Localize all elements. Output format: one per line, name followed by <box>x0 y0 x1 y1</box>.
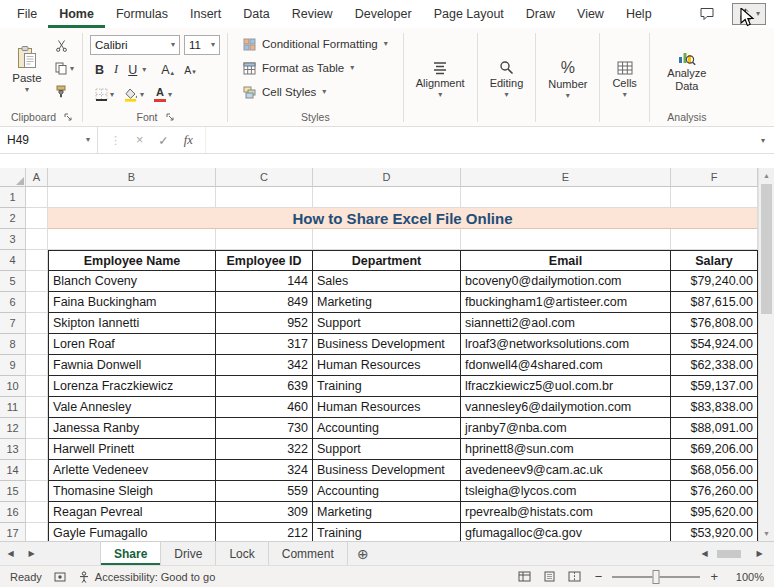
column-header-d[interactable]: D <box>313 168 461 187</box>
table-cell[interactable]: fbuckingham1@artisteer.com <box>461 292 671 313</box>
insert-function-icon[interactable]: fx <box>184 133 193 148</box>
format-as-table-button[interactable]: Format as Table ▾ <box>237 56 394 80</box>
cell[interactable] <box>461 187 671 208</box>
cell-A17[interactable] <box>26 523 48 541</box>
cell-A14[interactable] <box>26 460 48 481</box>
normal-view-icon[interactable] <box>518 571 531 582</box>
comments-button[interactable] <box>694 3 720 25</box>
table-cell[interactable]: vannesley6@dailymotion.com <box>461 397 671 418</box>
cell-A6[interactable] <box>26 292 48 313</box>
row-header-14[interactable]: 14 <box>0 460 26 481</box>
row-header-8[interactable]: 8 <box>0 334 26 355</box>
borders-button[interactable]: ▾ <box>90 83 119 107</box>
increase-font-size-button[interactable]: A▴ <box>156 63 179 77</box>
ribbon-tab-insert[interactable]: Insert <box>179 0 232 28</box>
sheet-tab-drive[interactable]: Drive <box>161 542 216 565</box>
table-cell[interactable]: 460 <box>216 397 313 418</box>
sheet-nav-left-icon[interactable]: ◀ <box>0 542 21 565</box>
table-cell[interactable]: $76,260.00 <box>671 481 758 502</box>
paste-button[interactable]: Paste ▾ <box>4 31 50 108</box>
ribbon-tab-view[interactable]: View <box>566 0 615 28</box>
cell-A7[interactable] <box>26 313 48 334</box>
format-painter-button[interactable] <box>50 80 79 103</box>
cell-A12[interactable] <box>26 418 48 439</box>
vertical-scroll-thumb[interactable] <box>761 184 772 314</box>
cell[interactable] <box>461 229 671 250</box>
table-cell[interactable]: Janessa Ranby <box>48 418 216 439</box>
table-header-cell[interactable]: Salary <box>671 250 758 271</box>
font-size-select[interactable]: 11 ▾ <box>184 35 220 55</box>
ribbon-tab-file[interactable]: File <box>6 0 48 28</box>
table-cell[interactable]: Lorenza Fraczkiewicz <box>48 376 216 397</box>
row-header-3[interactable]: 3 <box>0 229 26 250</box>
clipboard-dialog-launcher[interactable] <box>64 113 72 121</box>
table-cell[interactable]: $76,808.00 <box>671 313 758 334</box>
table-cell[interactable]: 730 <box>216 418 313 439</box>
table-cell[interactable]: 212 <box>216 523 313 541</box>
table-cell[interactable]: Training <box>313 376 461 397</box>
ribbon-tab-formulas[interactable]: Formulas <box>105 0 179 28</box>
ribbon-tab-home[interactable]: Home <box>48 0 105 28</box>
table-cell[interactable]: $79,240.00 <box>671 271 758 292</box>
cell-A4[interactable] <box>26 250 48 271</box>
ribbon-tab-draw[interactable]: Draw <box>515 0 566 28</box>
zoom-slider-thumb[interactable] <box>653 570 660 584</box>
cell[interactable] <box>216 187 313 208</box>
table-cell[interactable]: Marketing <box>313 502 461 523</box>
table-cell[interactable]: Accounting <box>313 418 461 439</box>
sheet-nav-right-icon[interactable]: ▶ <box>21 542 42 565</box>
cell[interactable] <box>313 229 461 250</box>
table-cell[interactable]: Support <box>313 313 461 334</box>
table-cell[interactable]: Blanch Coveny <box>48 271 216 292</box>
row-header-4[interactable]: 4 <box>0 250 26 271</box>
table-cell[interactable]: siannetti2@aol.com <box>461 313 671 334</box>
table-cell[interactable]: $53,920.00 <box>671 523 758 541</box>
row-header-11[interactable]: 11 <box>0 397 26 418</box>
ribbon-tab-review[interactable]: Review <box>281 0 344 28</box>
cells-button[interactable]: Cells ▾ <box>603 31 645 126</box>
enter-icon[interactable]: ✓ <box>158 133 168 148</box>
table-cell[interactable]: bcoveny0@dailymotion.com <box>461 271 671 292</box>
underline-button[interactable]: U <box>123 63 142 77</box>
zoom-in-icon[interactable]: + <box>708 569 720 584</box>
table-cell[interactable]: Business Development <box>313 460 461 481</box>
row-header-6[interactable]: 6 <box>0 292 26 313</box>
table-cell[interactable]: Marketing <box>313 292 461 313</box>
row-header-15[interactable]: 15 <box>0 481 26 502</box>
row-header-1[interactable]: 1 <box>0 187 26 208</box>
font-dialog-launcher[interactable] <box>166 113 174 121</box>
cell[interactable] <box>26 187 48 208</box>
horizontal-scroll-track[interactable] <box>715 548 749 560</box>
table-cell[interactable]: 144 <box>216 271 313 292</box>
cell[interactable] <box>48 187 216 208</box>
table-cell[interactable]: 309 <box>216 502 313 523</box>
table-cell[interactable]: jranby7@nba.com <box>461 418 671 439</box>
bold-button[interactable]: B <box>90 63 109 77</box>
table-cell[interactable]: Loren Roaf <box>48 334 216 355</box>
cell-A11[interactable] <box>26 397 48 418</box>
conditional-formatting-button[interactable]: Conditional Formatting ▾ <box>237 32 394 56</box>
number-button[interactable]: % Number ▾ <box>539 31 596 126</box>
cell[interactable] <box>671 229 758 250</box>
table-cell[interactable]: Skipton Iannetti <box>48 313 216 334</box>
sheet-tab-share[interactable]: Share <box>100 542 161 565</box>
ribbon-tab-help[interactable]: Help <box>615 0 663 28</box>
table-cell[interactable]: $83,838.00 <box>671 397 758 418</box>
accessibility-status[interactable]: Accessibility: Good to go <box>78 571 215 583</box>
font-name-select[interactable]: Calibri ▾ <box>90 35 180 55</box>
table-cell[interactable]: tsleigha@lycos.com <box>461 481 671 502</box>
table-cell[interactable]: 559 <box>216 481 313 502</box>
vertical-scrollbar[interactable]: ▲ ▼ <box>758 168 774 541</box>
table-cell[interactable]: lroaf3@networksolutions.com <box>461 334 671 355</box>
scroll-up-icon[interactable]: ▲ <box>759 168 774 183</box>
ribbon-tab-page-layout[interactable]: Page Layout <box>423 0 515 28</box>
table-cell[interactable]: 849 <box>216 292 313 313</box>
column-header-a[interactable]: A <box>26 168 48 187</box>
cell-A8[interactable] <box>26 334 48 355</box>
column-header-c[interactable]: C <box>216 168 313 187</box>
table-cell[interactable]: $87,615.00 <box>671 292 758 313</box>
table-header-cell[interactable]: Employee ID <box>216 250 313 271</box>
horizontal-scrollbar[interactable]: ◀ ▶ <box>694 542 774 565</box>
table-cell[interactable]: $62,338.00 <box>671 355 758 376</box>
cell[interactable] <box>26 229 48 250</box>
